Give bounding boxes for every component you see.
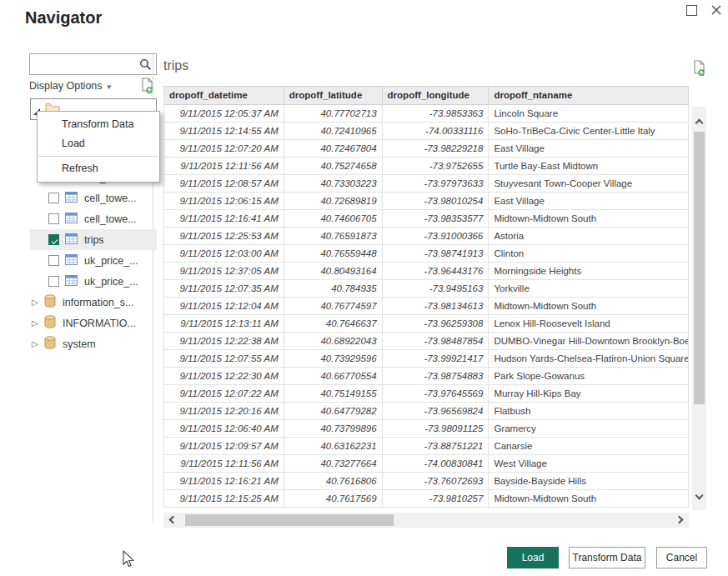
search-box [29,53,157,75]
table-cell: Midtown-Midtown South [489,298,689,315]
table-row: 9/11/2015 12:11:56 AM40.75274658-73.9752… [164,158,689,175]
tree-item-label: system [63,338,96,350]
table-cell: Murray Hill-Kips Bay [489,385,689,403]
table-row: 9/11/2015 12:37:05 AM40.80493164-73.9644… [164,263,689,280]
table-row: 9/11/2015 12:08:57 AM40.73303223-73.9797… [164,175,689,193]
search-input[interactable] [33,55,137,73]
table-row: 9/11/2015 12:05:37 AM40.77702713-73.9853… [164,105,689,123]
expander-collapsed-icon[interactable]: ▷ [32,339,43,348]
close-icon[interactable] [710,3,723,17]
tree-item-uk-price[interactable]: uk_price_... [30,250,157,271]
table-row: 9/11/2015 12:15:25 AM40.7617569-73.98102… [164,490,689,508]
tree-item-label: information_s... [63,297,133,308]
table-cell: 40.73303223 [284,175,383,193]
table-cell: 40.75274658 [284,158,383,175]
checkbox-unchecked[interactable] [48,276,59,287]
expander-collapsed-icon[interactable]: ▷ [32,298,43,307]
database-icon [44,294,56,311]
context-menu: Transform Data Load Refresh [37,111,160,183]
column-header-dropoff_latitude: dropoff_latitude [284,87,383,105]
table-cell: 9/11/2015 12:11:56 AM [164,455,284,473]
display-options-dropdown[interactable]: Display Options▾ [29,80,111,92]
table-cell: 9/11/2015 12:37:05 AM [164,263,284,280]
load-button[interactable]: Load [507,547,559,568]
table-cell: 40.73929596 [284,350,383,368]
tree-item-cell-towe[interactable]: cell_towe... [30,208,157,229]
table-cell: 40.72467804 [284,140,383,158]
table-cell: -73.88751221 [383,438,490,455]
table-cell: SoHo-TriBeCa-Civic Center-Little Italy [489,123,689,140]
table-row: 9/11/2015 12:11:56 AM40.73277664-74.0083… [164,455,689,473]
expander-collapsed-icon[interactable]: ▷ [32,318,43,328]
vertical-scroll-thumb[interactable] [694,132,705,404]
checkbox-unchecked[interactable] [48,213,59,224]
tree-item-label: cell_towe... [84,193,137,204]
table-cell: East Village [489,193,689,210]
table-cell: 40.80493164 [284,263,383,280]
display-options-label: Display Options [29,80,103,92]
table-cell: 9/11/2015 12:16:41 AM [164,210,284,228]
table-cell: -73.96259308 [383,315,490,333]
menu-item-transform-data[interactable]: Transform Data [38,115,159,134]
maximize-icon[interactable] [686,5,697,16]
tree-item-information-s[interactable]: ▷information_s... [30,292,157,313]
tree-item-trips[interactable]: trips [30,229,157,250]
table-cell: 40.7646637 [284,315,383,333]
tree-item-uk-price[interactable]: uk_price_... [30,271,157,292]
table-cell: 9/11/2015 12:05:37 AM [164,105,284,123]
column-header-dropoff_datetime: dropoff_datetime [164,87,284,105]
table-cell: -73.98010254 [383,193,490,210]
scroll-right-icon[interactable] [675,516,684,524]
table-cell: 9/11/2015 12:12:04 AM [164,298,284,315]
transform-data-button[interactable]: Transform Data [569,547,645,568]
table-cell: 9/11/2015 12:20:16 AM [164,403,284,420]
cancel-button[interactable]: Cancel [656,547,707,568]
table-cell: 9/11/2015 12:15:25 AM [164,490,284,508]
checkbox-checked[interactable] [48,234,59,245]
table-cell: 9/11/2015 12:22:38 AM [164,333,284,350]
table-cell: 40.76591873 [284,228,383,245]
table-cell: Park Slope-Gowanus [489,368,689,385]
table-cell: Lincoln Square [489,105,689,123]
table-cell: 9/11/2015 12:07:22 AM [164,385,284,403]
table-row: 9/11/2015 12:07:55 AM40.73929596-73.9992… [164,350,689,368]
table-cell: 40.72689819 [284,193,383,210]
refresh-preview-icon[interactable] [692,60,707,80]
table-cell: -73.97645569 [383,385,490,403]
tree-item-cell-towe[interactable]: cell_towe... [30,188,157,208]
table-icon [65,253,78,268]
scroll-up-icon[interactable] [695,119,704,128]
checkbox-unchecked[interactable] [48,193,59,203]
table-row: 9/11/2015 12:03:00 AM40.76559448-73.9874… [164,245,689,263]
table-cell: -73.9752655 [383,158,490,175]
horizontal-scroll-thumb[interactable] [185,514,394,526]
horizontal-scrollbar[interactable] [163,513,689,528]
table-cell: Clinton [489,245,689,263]
tree-item-label: INFORMATIO... [63,318,136,329]
search-icon[interactable] [139,58,152,74]
table-cell: 40.7616806 [284,473,383,490]
table-cell: Yorkville [489,280,689,298]
table-cell: 40.784935 [284,280,383,298]
table-row: 9/11/2015 12:22:38 AM40.68922043-73.9848… [164,333,689,350]
tree-item-system[interactable]: ▷system [30,333,157,354]
table-cell: Midtown-Midtown South [489,490,689,508]
menu-item-refresh[interactable]: Refresh [38,159,159,178]
table-cell: East Village [489,140,689,158]
database-icon [44,336,56,353]
table-cell: Flatbush [489,403,689,420]
tree-item-label: trips [84,234,104,246]
table-icon [65,212,78,227]
tree-item-informatio[interactable]: ▷INFORMATIO... [30,313,157,333]
table-cell: -73.99921417 [383,350,490,368]
table-cell: 9/11/2015 12:07:20 AM [164,140,284,158]
table-icon [65,233,78,248]
table-cell: 40.77702713 [284,105,383,123]
table-cell: -73.9810257 [383,490,490,508]
table-cell: 9/11/2015 12:09:57 AM [164,438,284,455]
vertical-scrollbar[interactable] [692,107,706,510]
scroll-down-icon[interactable] [695,492,704,500]
menu-item-load[interactable]: Load [38,134,159,153]
checkbox-unchecked[interactable] [48,255,59,266]
scroll-left-icon[interactable] [169,516,178,524]
